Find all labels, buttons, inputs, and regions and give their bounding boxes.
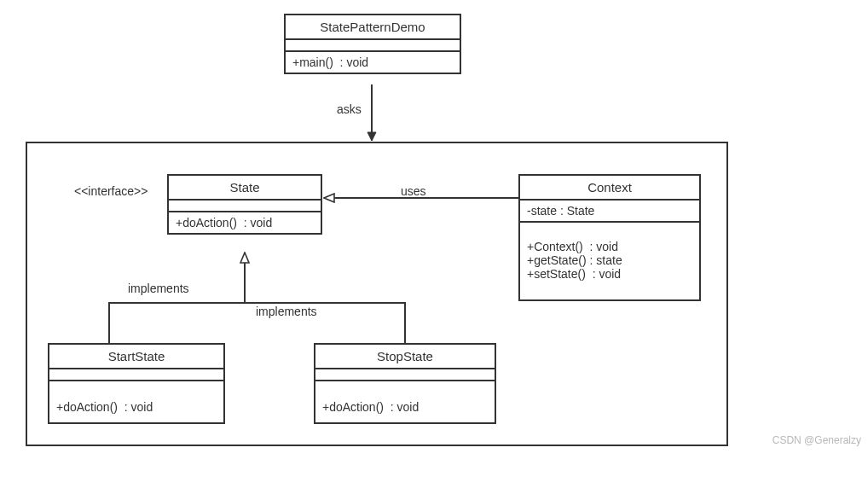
class-name: State — [169, 176, 321, 199]
class-attributes — [315, 368, 495, 380]
class-methods: +doAction() : void — [49, 380, 223, 422]
watermark-text: CSDN @Generalzy — [773, 434, 861, 446]
class-attributes — [286, 38, 460, 50]
class-name: StartState — [49, 345, 223, 368]
interface-stereotype: <<interface>> — [74, 184, 148, 198]
class-methods: +doAction() : void — [169, 211, 321, 233]
label-implements-left: implements — [128, 282, 189, 295]
class-attributes: -state : State — [520, 199, 699, 221]
diagram-stage: StatePatternDemo +main() : void <<interf… — [0, 0, 868, 494]
label-uses: uses — [401, 184, 426, 198]
class-statepatterndemo: StatePatternDemo +main() : void — [284, 14, 461, 74]
label-asks: asks — [337, 102, 362, 116]
class-methods: +main() : void — [286, 50, 460, 73]
class-attributes — [169, 199, 321, 211]
class-state: State +doAction() : void — [167, 174, 322, 235]
class-name: StatePatternDemo — [286, 15, 460, 38]
class-stopstate: StopState +doAction() : void — [314, 343, 496, 424]
class-startstate: StartState +doAction() : void — [48, 343, 225, 424]
class-name: StopState — [315, 345, 495, 368]
class-methods: +doAction() : void — [315, 380, 495, 422]
class-context: Context -state : State +Context() : void… — [518, 174, 701, 301]
class-methods: +Context() : void +getState() : state +s… — [520, 221, 699, 299]
class-attributes — [49, 368, 223, 380]
class-name: Context — [520, 176, 699, 199]
label-implements-right: implements — [256, 305, 317, 318]
